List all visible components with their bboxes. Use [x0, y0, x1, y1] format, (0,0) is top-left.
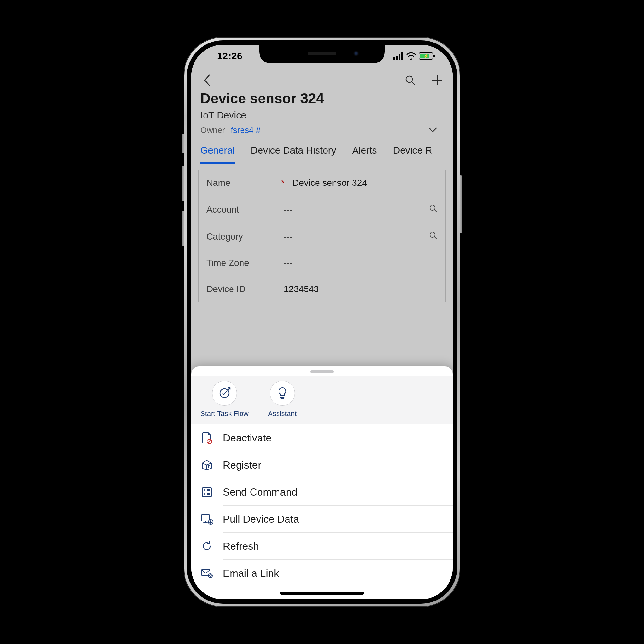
power-button	[460, 175, 462, 233]
svg-rect-22	[207, 493, 210, 495]
quick-actions-row: Start Task Flow Assistant	[191, 376, 453, 424]
field-label: Account	[206, 204, 284, 215]
menu-email-link[interactable]: Email a Link	[200, 560, 453, 586]
task-flow-icon	[218, 387, 231, 400]
volume-up-button	[182, 166, 184, 201]
svg-line-13	[228, 388, 230, 390]
menu-pull-device-data[interactable]: Pull Device Data	[200, 506, 453, 533]
svg-rect-23	[201, 515, 210, 521]
expand-header-button[interactable]	[428, 125, 438, 135]
refresh-icon	[201, 541, 212, 552]
svg-point-19	[204, 489, 205, 491]
menu-label: Refresh	[223, 540, 259, 552]
svg-rect-1	[396, 56, 398, 60]
sheet-grabber[interactable]	[310, 370, 334, 373]
field-name[interactable]: Name * Device sensor 324	[199, 170, 445, 196]
field-label: Name	[206, 178, 284, 188]
menu-label: Register	[223, 459, 261, 471]
field-value: 1234543	[284, 284, 438, 294]
field-account[interactable]: Account ---	[199, 196, 445, 223]
page-title: Device sensor 324	[200, 90, 444, 107]
menu-label: Email a Link	[223, 567, 279, 579]
field-category[interactable]: Category ---	[199, 223, 445, 250]
quick-start-task-flow[interactable]: Start Task Flow	[200, 381, 249, 418]
cellular-icon	[393, 52, 404, 60]
svg-rect-2	[399, 54, 400, 60]
quick-label: Start Task Flow	[200, 410, 249, 418]
pull-data-icon	[200, 514, 213, 525]
menu-register[interactable]: Register	[200, 451, 453, 478]
send-command-icon	[201, 487, 212, 497]
deactivate-icon	[201, 432, 212, 444]
form-card: Name * Device sensor 324 Account --- Cat…	[198, 170, 446, 302]
field-label: Device ID	[206, 284, 284, 294]
status-time: 12:26	[217, 51, 242, 62]
svg-rect-0	[393, 57, 395, 60]
tab-device-data-history[interactable]: Device Data History	[251, 145, 336, 164]
lookup-icon[interactable]	[429, 204, 438, 215]
menu-label: Pull Device Data	[223, 513, 299, 525]
menu-send-command[interactable]: Send Command	[200, 478, 453, 506]
home-indicator[interactable]	[280, 592, 364, 595]
tab-bar: General Device Data History Alerts Devic…	[191, 135, 453, 164]
field-timezone[interactable]: Time Zone ---	[199, 250, 445, 276]
svg-rect-21	[207, 489, 210, 491]
svg-rect-18	[202, 488, 211, 497]
wifi-icon	[406, 52, 416, 60]
svg-point-4	[406, 76, 412, 82]
quick-label: Assistant	[268, 410, 297, 418]
menu-list: Deactivate Register Send Command	[191, 424, 453, 586]
field-device-id[interactable]: Device ID 1234543	[199, 276, 445, 302]
action-sheet: Start Task Flow Assistant Deact	[191, 366, 453, 599]
svg-point-20	[204, 493, 205, 495]
phone-notch	[259, 45, 385, 63]
owner-label: Owner	[200, 125, 225, 135]
lookup-icon[interactable]	[429, 231, 438, 242]
search-button[interactable]	[404, 74, 417, 87]
lightbulb-icon	[277, 387, 288, 400]
svg-point-28	[208, 574, 212, 578]
menu-label: Deactivate	[223, 432, 271, 444]
quick-assistant[interactable]: Assistant	[268, 381, 297, 418]
add-button[interactable]	[431, 74, 444, 87]
field-value: ---	[284, 204, 429, 215]
phone-frame: 12:26 ⚡	[184, 37, 460, 607]
field-label: Category	[206, 232, 284, 242]
svg-line-9	[434, 210, 437, 212]
required-indicator: *	[281, 178, 285, 188]
field-value: ---	[284, 258, 438, 268]
back-button[interactable]	[200, 74, 213, 87]
field-value: Device sensor 324	[292, 178, 438, 188]
menu-deactivate[interactable]: Deactivate	[200, 424, 453, 451]
register-icon	[201, 459, 213, 471]
menu-label: Send Command	[223, 486, 297, 498]
svg-rect-3	[401, 52, 403, 60]
page-subtitle: IoT Device	[200, 110, 444, 121]
email-link-icon	[201, 568, 213, 578]
menu-refresh[interactable]: Refresh	[200, 533, 453, 560]
svg-line-11	[434, 237, 437, 239]
volume-down-button	[182, 211, 184, 246]
tab-alerts[interactable]: Alerts	[352, 145, 377, 164]
battery-icon: ⚡	[419, 52, 433, 60]
tab-general[interactable]: General	[200, 145, 235, 164]
tab-device-r[interactable]: Device R	[393, 145, 432, 164]
field-label: Time Zone	[206, 258, 284, 268]
mute-switch	[182, 134, 184, 153]
svg-line-5	[412, 82, 415, 85]
field-value: ---	[284, 232, 429, 242]
owner-link[interactable]: fsres4 #	[231, 125, 261, 135]
